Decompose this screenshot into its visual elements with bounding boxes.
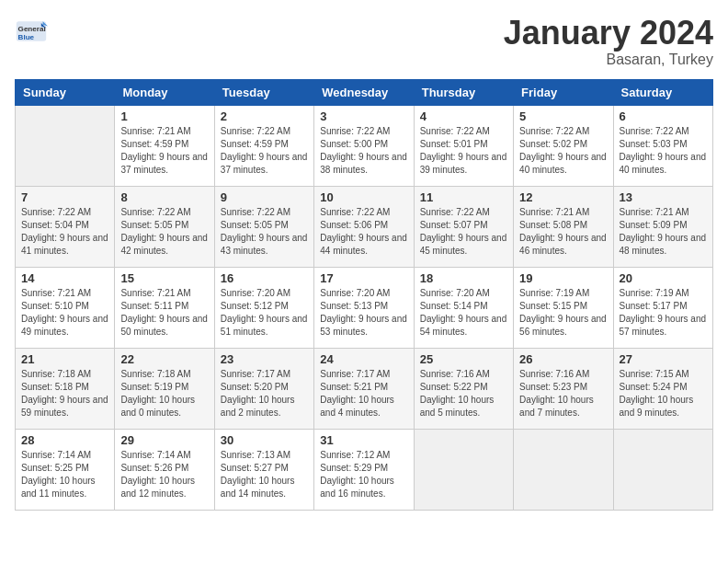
day-info: Sunrise: 7:21 AMSunset: 4:59 PMDaylight:… <box>120 125 208 177</box>
col-header-monday: Monday <box>115 79 214 105</box>
calendar-title: January 2024 <box>504 15 713 52</box>
calendar-cell: 5Sunrise: 7:22 AMSunset: 5:02 PMDaylight… <box>514 105 613 186</box>
col-header-thursday: Thursday <box>414 79 513 105</box>
col-header-friday: Friday <box>514 79 613 105</box>
day-number: 2 <box>221 109 308 123</box>
col-header-wednesday: Wednesday <box>314 79 414 105</box>
day-number: 28 <box>21 433 108 447</box>
day-number: 26 <box>519 352 607 366</box>
day-number: 16 <box>221 271 308 285</box>
day-info: Sunrise: 7:17 AMSunset: 5:21 PMDaylight:… <box>320 368 407 419</box>
calendar-cell: 3Sunrise: 7:22 AMSunset: 5:00 PMDaylight… <box>314 105 414 186</box>
calendar-cell: 13Sunrise: 7:21 AMSunset: 5:09 PMDayligh… <box>613 186 712 267</box>
col-header-tuesday: Tuesday <box>214 79 313 105</box>
day-info: Sunrise: 7:17 AMSunset: 5:20 PMDaylight:… <box>221 368 308 419</box>
day-info: Sunrise: 7:22 AMSunset: 5:05 PMDaylight:… <box>120 206 208 258</box>
calendar-cell: 23Sunrise: 7:17 AMSunset: 5:20 PMDayligh… <box>214 348 313 429</box>
day-number: 18 <box>420 271 507 285</box>
day-info: Sunrise: 7:19 AMSunset: 5:17 PMDaylight:… <box>620 287 707 339</box>
day-info: Sunrise: 7:14 AMSunset: 5:25 PMDaylight:… <box>21 449 108 500</box>
calendar-cell: 19Sunrise: 7:19 AMSunset: 5:15 PMDayligh… <box>514 267 613 348</box>
logo-icon: General Blue <box>15 15 48 48</box>
day-number: 19 <box>519 271 607 285</box>
day-number: 27 <box>620 352 707 366</box>
day-number: 11 <box>420 190 507 204</box>
calendar-cell <box>414 429 513 510</box>
day-info: Sunrise: 7:22 AMSunset: 5:01 PMDaylight:… <box>420 125 507 177</box>
calendar-table: SundayMondayTuesdayWednesdayThursdayFrid… <box>15 79 713 511</box>
day-info: Sunrise: 7:22 AMSunset: 5:02 PMDaylight:… <box>519 125 607 177</box>
header-row: SundayMondayTuesdayWednesdayThursdayFrid… <box>16 79 713 105</box>
day-number: 12 <box>519 190 607 204</box>
calendar-cell: 9Sunrise: 7:22 AMSunset: 5:05 PMDaylight… <box>214 186 313 267</box>
day-number: 4 <box>420 109 507 123</box>
page-header: General Blue January 2024 Basaran, Turke… <box>15 15 713 68</box>
calendar-cell: 17Sunrise: 7:20 AMSunset: 5:13 PMDayligh… <box>314 267 414 348</box>
calendar-cell: 29Sunrise: 7:14 AMSunset: 5:26 PMDayligh… <box>115 429 214 510</box>
day-info: Sunrise: 7:22 AMSunset: 5:03 PMDaylight:… <box>620 125 707 177</box>
calendar-cell: 2Sunrise: 7:22 AMSunset: 4:59 PMDaylight… <box>214 105 313 186</box>
day-info: Sunrise: 7:22 AMSunset: 5:04 PMDaylight:… <box>21 206 108 258</box>
logo: General Blue <box>15 15 48 48</box>
day-number: 31 <box>320 433 407 447</box>
day-info: Sunrise: 7:12 AMSunset: 5:29 PMDaylight:… <box>320 449 407 500</box>
day-info: Sunrise: 7:22 AMSunset: 5:06 PMDaylight:… <box>320 206 407 258</box>
col-header-saturday: Saturday <box>613 79 712 105</box>
day-number: 29 <box>120 433 208 447</box>
calendar-cell: 4Sunrise: 7:22 AMSunset: 5:01 PMDaylight… <box>414 105 513 186</box>
day-number: 23 <box>221 352 308 366</box>
calendar-cell: 10Sunrise: 7:22 AMSunset: 5:06 PMDayligh… <box>314 186 414 267</box>
svg-text:Blue: Blue <box>18 33 35 41</box>
day-info: Sunrise: 7:16 AMSunset: 5:23 PMDaylight:… <box>519 368 607 419</box>
day-number: 10 <box>320 190 407 204</box>
calendar-cell: 14Sunrise: 7:21 AMSunset: 5:10 PMDayligh… <box>16 267 115 348</box>
day-info: Sunrise: 7:15 AMSunset: 5:24 PMDaylight:… <box>620 368 707 419</box>
calendar-cell: 15Sunrise: 7:21 AMSunset: 5:11 PMDayligh… <box>115 267 214 348</box>
calendar-subtitle: Basaran, Turkey <box>504 52 713 68</box>
calendar-cell <box>16 105 115 186</box>
day-number: 15 <box>120 271 208 285</box>
day-number: 20 <box>620 271 707 285</box>
day-number: 24 <box>320 352 407 366</box>
day-number: 17 <box>320 271 407 285</box>
calendar-cell: 25Sunrise: 7:16 AMSunset: 5:22 PMDayligh… <box>414 348 513 429</box>
day-number: 25 <box>420 352 507 366</box>
calendar-cell: 26Sunrise: 7:16 AMSunset: 5:23 PMDayligh… <box>514 348 613 429</box>
title-block: January 2024 Basaran, Turkey <box>504 15 713 68</box>
week-row: 14Sunrise: 7:21 AMSunset: 5:10 PMDayligh… <box>16 267 713 348</box>
day-info: Sunrise: 7:21 AMSunset: 5:09 PMDaylight:… <box>620 206 707 258</box>
day-number: 6 <box>620 109 707 123</box>
day-info: Sunrise: 7:18 AMSunset: 5:19 PMDaylight:… <box>120 368 208 419</box>
calendar-cell: 30Sunrise: 7:13 AMSunset: 5:27 PMDayligh… <box>214 429 313 510</box>
calendar-cell: 16Sunrise: 7:20 AMSunset: 5:12 PMDayligh… <box>214 267 313 348</box>
week-row: 1Sunrise: 7:21 AMSunset: 4:59 PMDaylight… <box>16 105 713 186</box>
day-info: Sunrise: 7:20 AMSunset: 5:13 PMDaylight:… <box>320 287 407 339</box>
week-row: 28Sunrise: 7:14 AMSunset: 5:25 PMDayligh… <box>16 429 713 510</box>
day-number: 21 <box>21 352 108 366</box>
day-info: Sunrise: 7:16 AMSunset: 5:22 PMDaylight:… <box>420 368 507 419</box>
day-info: Sunrise: 7:22 AMSunset: 5:07 PMDaylight:… <box>420 206 507 258</box>
calendar-cell: 21Sunrise: 7:18 AMSunset: 5:18 PMDayligh… <box>16 348 115 429</box>
calendar-cell: 6Sunrise: 7:22 AMSunset: 5:03 PMDaylight… <box>613 105 712 186</box>
week-row: 21Sunrise: 7:18 AMSunset: 5:18 PMDayligh… <box>16 348 713 429</box>
calendar-cell: 27Sunrise: 7:15 AMSunset: 5:24 PMDayligh… <box>613 348 712 429</box>
day-info: Sunrise: 7:22 AMSunset: 5:05 PMDaylight:… <box>221 206 308 258</box>
day-info: Sunrise: 7:14 AMSunset: 5:26 PMDaylight:… <box>120 449 208 500</box>
day-info: Sunrise: 7:13 AMSunset: 5:27 PMDaylight:… <box>221 449 308 500</box>
calendar-cell: 12Sunrise: 7:21 AMSunset: 5:08 PMDayligh… <box>514 186 613 267</box>
calendar-cell: 20Sunrise: 7:19 AMSunset: 5:17 PMDayligh… <box>613 267 712 348</box>
day-number: 3 <box>320 109 407 123</box>
day-number: 22 <box>120 352 208 366</box>
day-info: Sunrise: 7:19 AMSunset: 5:15 PMDaylight:… <box>519 287 607 339</box>
day-info: Sunrise: 7:20 AMSunset: 5:12 PMDaylight:… <box>221 287 308 339</box>
calendar-cell: 28Sunrise: 7:14 AMSunset: 5:25 PMDayligh… <box>16 429 115 510</box>
day-number: 13 <box>620 190 707 204</box>
calendar-cell <box>613 429 712 510</box>
day-number: 5 <box>519 109 607 123</box>
calendar-cell: 22Sunrise: 7:18 AMSunset: 5:19 PMDayligh… <box>115 348 214 429</box>
day-number: 1 <box>120 109 208 123</box>
day-info: Sunrise: 7:21 AMSunset: 5:10 PMDaylight:… <box>21 287 108 339</box>
day-number: 7 <box>21 190 108 204</box>
day-info: Sunrise: 7:22 AMSunset: 5:00 PMDaylight:… <box>320 125 407 177</box>
calendar-cell <box>514 429 613 510</box>
